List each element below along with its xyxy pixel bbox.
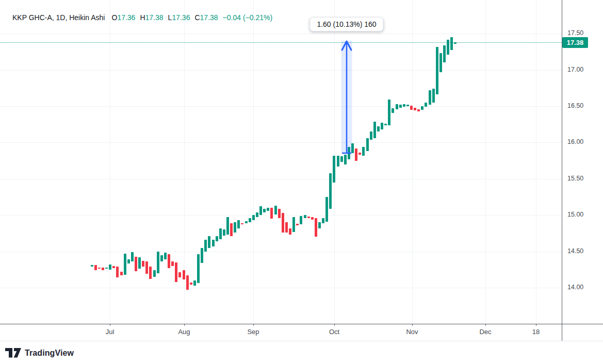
candle[interactable] bbox=[421, 106, 423, 110]
candle[interactable] bbox=[410, 106, 413, 110]
candle[interactable] bbox=[403, 104, 405, 107]
candle[interactable] bbox=[429, 90, 431, 105]
candle[interactable] bbox=[183, 270, 185, 279]
candle[interactable] bbox=[399, 105, 402, 108]
candle[interactable] bbox=[439, 53, 442, 72]
time-axis[interactable]: JulAugSepOctNovDec18 bbox=[0, 324, 603, 341]
candle[interactable] bbox=[318, 222, 321, 228]
candle[interactable] bbox=[366, 138, 369, 151]
candle[interactable] bbox=[249, 218, 251, 222]
candle[interactable] bbox=[285, 222, 288, 233]
candle[interactable] bbox=[142, 261, 144, 267]
candle[interactable] bbox=[212, 240, 215, 246]
candle[interactable] bbox=[138, 257, 141, 269]
candle[interactable] bbox=[259, 206, 262, 215]
candle[interactable] bbox=[91, 265, 93, 267]
candle[interactable] bbox=[333, 156, 335, 183]
candle[interactable] bbox=[124, 254, 126, 275]
candle[interactable] bbox=[278, 209, 281, 218]
candle[interactable] bbox=[237, 220, 240, 228]
candle[interactable] bbox=[226, 217, 229, 235]
candle[interactable] bbox=[267, 208, 269, 211]
candle[interactable] bbox=[102, 268, 104, 271]
candle[interactable] bbox=[127, 259, 130, 263]
candle[interactable] bbox=[105, 268, 108, 269]
candle[interactable] bbox=[377, 126, 380, 131]
candle[interactable] bbox=[292, 217, 295, 231]
candle[interactable] bbox=[296, 224, 299, 225]
candle[interactable] bbox=[186, 275, 189, 290]
candle[interactable] bbox=[425, 103, 427, 107]
candle[interactable] bbox=[325, 197, 328, 222]
candle[interactable] bbox=[329, 173, 332, 209]
candle[interactable] bbox=[447, 40, 449, 55]
candle[interactable] bbox=[153, 270, 156, 277]
candle[interactable] bbox=[241, 223, 243, 225]
chart-plot-area[interactable]: 1.60 (10.13%) 160 KKP GHC-A, 1D, Heikin … bbox=[0, 0, 562, 324]
candle[interactable] bbox=[219, 228, 222, 239]
candle[interactable] bbox=[300, 216, 302, 225]
tradingview-watermark[interactable]: TradingView bbox=[5, 346, 74, 360]
candle[interactable] bbox=[384, 124, 387, 125]
candle[interactable] bbox=[443, 45, 446, 63]
candle[interactable] bbox=[201, 248, 203, 263]
candle[interactable] bbox=[358, 153, 361, 155]
candle[interactable] bbox=[252, 215, 255, 220]
candle[interactable] bbox=[245, 221, 248, 223]
candle[interactable] bbox=[432, 89, 435, 103]
candle[interactable] bbox=[289, 228, 291, 235]
candle[interactable] bbox=[120, 272, 123, 275]
candle[interactable] bbox=[370, 131, 372, 140]
candle[interactable] bbox=[381, 123, 383, 129]
candle[interactable] bbox=[190, 283, 192, 285]
candle[interactable] bbox=[94, 265, 97, 270]
candle[interactable] bbox=[322, 218, 324, 223]
candle[interactable] bbox=[274, 206, 277, 214]
candle[interactable] bbox=[131, 252, 134, 261]
candle[interactable] bbox=[307, 217, 310, 218]
candle[interactable] bbox=[282, 213, 284, 233]
candle[interactable] bbox=[145, 261, 148, 274]
candle[interactable] bbox=[223, 229, 225, 235]
candle[interactable] bbox=[304, 215, 306, 218]
symbol-title[interactable]: KKP GHC-A, 1D, Heikin Ashi bbox=[12, 13, 105, 22]
candle[interactable] bbox=[204, 240, 207, 252]
candle[interactable] bbox=[450, 37, 453, 50]
candle[interactable] bbox=[116, 267, 119, 277]
price-axis[interactable]: 17.5017.0016.5016.0015.5015.0014.5014.00… bbox=[562, 0, 603, 324]
candle[interactable] bbox=[208, 236, 210, 248]
price-range-arrow-drawing[interactable] bbox=[337, 39, 356, 157]
price-range-tooltip[interactable]: 1.60 (10.13%) 160 bbox=[309, 17, 383, 31]
candle[interactable] bbox=[263, 209, 266, 212]
candle[interactable] bbox=[270, 208, 273, 219]
candle[interactable] bbox=[311, 217, 314, 219]
candle[interactable] bbox=[362, 147, 365, 156]
candle[interactable] bbox=[406, 105, 409, 106]
candle[interactable] bbox=[109, 264, 111, 270]
candle[interactable] bbox=[396, 104, 398, 109]
candle[interactable] bbox=[388, 100, 390, 125]
candle[interactable] bbox=[157, 252, 159, 273]
candle[interactable] bbox=[230, 223, 233, 236]
candle[interactable] bbox=[98, 268, 101, 269]
candle[interactable] bbox=[216, 236, 218, 241]
candle[interactable] bbox=[315, 218, 317, 237]
candle[interactable] bbox=[417, 109, 420, 111]
candle[interactable] bbox=[149, 267, 152, 279]
candle[interactable] bbox=[197, 254, 200, 283]
candle[interactable] bbox=[193, 280, 196, 286]
candle[interactable] bbox=[160, 255, 163, 262]
candle[interactable] bbox=[234, 222, 236, 233]
candle[interactable] bbox=[164, 253, 167, 259]
candle[interactable] bbox=[256, 212, 258, 218]
candle[interactable] bbox=[178, 272, 181, 277]
candle[interactable] bbox=[392, 108, 394, 112]
candle[interactable] bbox=[414, 108, 416, 111]
candle[interactable] bbox=[175, 262, 177, 282]
candle[interactable] bbox=[135, 257, 137, 271]
chart-legend[interactable]: KKP GHC-A, 1D, Heikin AshiO17.36H17.38L1… bbox=[12, 13, 272, 22]
candle[interactable] bbox=[373, 122, 376, 138]
candle[interactable] bbox=[112, 266, 115, 268]
candle[interactable] bbox=[171, 261, 174, 266]
candle[interactable] bbox=[168, 254, 170, 268]
